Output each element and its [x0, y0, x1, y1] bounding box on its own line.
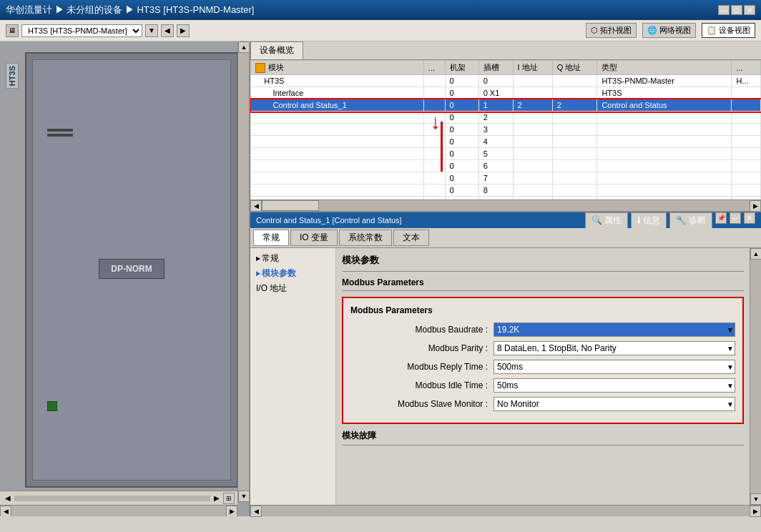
tab-sys-const[interactable]: 系统常数: [339, 230, 392, 246]
pin-button[interactable]: 📌: [715, 212, 727, 224]
nav-left-arrow[interactable]: ◀: [3, 493, 13, 503]
nav-forward-button[interactable]: ▶: [177, 24, 190, 37]
cell-dots: [423, 160, 445, 172]
scroll-right-button[interactable]: ▶: [226, 506, 237, 516]
topology-view-button[interactable]: ⬡ 拓扑视图: [586, 23, 637, 38]
diag-label: 诊断: [689, 215, 706, 227]
cell-slot: 7: [478, 172, 513, 184]
overview-scroll-track: [262, 200, 750, 211]
cell-dots: [423, 136, 445, 148]
sidebar-item-io-addr[interactable]: I/O 地址: [253, 281, 333, 296]
cell-extra: [732, 160, 761, 172]
bottom-main-scrollbar-v[interactable]: ▲ ▼: [750, 248, 761, 505]
cell-rack: 0: [445, 87, 478, 99]
maximize-button[interactable]: □: [731, 5, 742, 15]
param-label: Modbus Reply Time :: [350, 362, 494, 372]
bottom-sidebar: ▶ 常规 ▶ 模块参数 I/O 地址: [250, 248, 336, 505]
panel-min-button[interactable]: —: [730, 212, 741, 224]
cell-slot: 0 X1: [478, 87, 513, 99]
overview-tab[interactable]: 设备概览: [250, 41, 303, 59]
cell-type: [597, 124, 732, 136]
param-value: 10ms20ms50ms100ms ▼: [494, 378, 735, 393]
param-label: Modbus Idle Time :: [350, 380, 494, 390]
table-row[interactable]: 0 2: [251, 112, 761, 124]
sidebar-label-module-params: 模块参数: [262, 267, 296, 280]
sidebar-label-io-addr: I/O 地址: [256, 282, 287, 295]
table-row[interactable]: 0 3: [251, 124, 761, 136]
cell-rack: 0: [445, 136, 478, 148]
overview-scroll-left[interactable]: ◀: [250, 200, 262, 212]
bottom-scroll-h[interactable]: ◀ ▶: [250, 505, 761, 516]
table-row[interactable]: 0 4: [251, 136, 761, 148]
param-select[interactable]: No MonitorMonitor: [494, 397, 735, 411]
table-row[interactable]: Control and Status_1 0 1 2 2 Control and…: [251, 99, 761, 112]
right-panel: 设备概览 模块 ... 机架: [250, 41, 761, 516]
param-row: Modbus Reply Time : 100ms200ms500ms1000m…: [350, 360, 735, 374]
device-inner: DP-NORM: [32, 59, 231, 481]
cell-qaddr: 2: [552, 99, 597, 112]
table-row[interactable]: 0 5: [251, 148, 761, 160]
overview-scroll-h[interactable]: ◀ ▶: [250, 200, 761, 211]
nav-back-button[interactable]: ◀: [161, 24, 174, 37]
cell-slot: 0: [478, 75, 513, 87]
overview-table-wrapper[interactable]: 模块 ... 机架 插槽 I 地址 Q 地址 类型 ...: [250, 60, 761, 200]
bottom-header-title: Control and Status_1 [Control and Status…: [256, 216, 402, 225]
nav-right-arrow[interactable]: ▶: [212, 493, 222, 503]
cell-extra: [732, 148, 761, 160]
tab-io-vars[interactable]: IO 变量: [290, 230, 338, 246]
scroll-track-v[interactable]: [238, 53, 249, 491]
network-icon: 🌐: [647, 26, 657, 35]
table-row[interactable]: 0 7: [251, 172, 761, 184]
scroll-track-h[interactable]: [11, 506, 226, 516]
panel-max-button[interactable]: ✕: [744, 212, 755, 224]
network-label: 网络视图: [659, 25, 691, 36]
table-row[interactable]: 0 6: [251, 160, 761, 172]
table-row[interactable]: 0 8: [251, 184, 761, 197]
col-module-label: 模块: [268, 62, 284, 73]
cell-dots: [423, 112, 445, 124]
nav-grid-button[interactable]: ⊞: [223, 493, 235, 504]
device-selector-arrow[interactable]: ▼: [145, 24, 158, 37]
info-button[interactable]: ℹ 信息: [631, 212, 667, 229]
cell-extra: [732, 172, 761, 184]
tab-text[interactable]: 文本: [393, 230, 429, 246]
param-select[interactable]: 960019.2K38.4K115.2K: [494, 322, 735, 337]
table-row[interactable]: HT3S 0 0 HT3S-PNMD-Master H...: [251, 75, 761, 87]
diag-button[interactable]: 🔧 诊断: [669, 212, 712, 229]
cell-rack: 0: [445, 184, 478, 197]
bottom-scroll-right[interactable]: ▶: [750, 506, 761, 517]
param-select[interactable]: 8 DataLen, 1 StopBit, No Parity8 DataLen…: [494, 341, 735, 355]
device-selector[interactable]: HT3S [HT3S-PNMD-Master]: [21, 24, 142, 37]
topology-icon: ⬡: [591, 26, 598, 35]
overview-header-row: 模块 ... 机架 插槽 I 地址 Q 地址 类型 ...: [251, 61, 761, 75]
param-rows: Modbus Baudrate : 960019.2K38.4K115.2K ▼…: [350, 322, 735, 411]
scroll-left-button[interactable]: ◀: [0, 506, 11, 516]
main-scroll-up[interactable]: ▲: [750, 248, 761, 260]
left-panel-scrollbar-v[interactable]: ▲ ▼: [237, 41, 249, 502]
cell-slot: 6: [478, 160, 513, 172]
overview-scroll-right[interactable]: ▶: [750, 200, 761, 212]
cell-rack: 0: [445, 148, 478, 160]
left-panel-scrollbar-h[interactable]: ◀ ▶: [0, 505, 237, 516]
sidebar-item-module-params[interactable]: ▶ 模块参数: [253, 266, 333, 281]
modbus-box-title: Modbus Parameters: [350, 305, 735, 315]
cell-type: [597, 184, 732, 197]
device-view-button[interactable]: 📋 设备视图: [702, 23, 755, 38]
title-bar-text: 华创流量计 ▶ 未分组的设备 ▶ HT3S [HT3S-PNMD-Master]: [6, 4, 718, 16]
bottom-scroll-left[interactable]: ◀: [250, 506, 262, 517]
cell-module: [251, 172, 424, 184]
main-scroll-down[interactable]: ▼: [750, 493, 761, 505]
tab-general[interactable]: 常规: [253, 230, 289, 246]
network-view-button[interactable]: 🌐 网络视图: [642, 23, 696, 38]
param-select[interactable]: 100ms200ms500ms1000ms: [494, 360, 735, 374]
properties-button[interactable]: 🔍 属性: [585, 212, 628, 229]
param-select[interactable]: 10ms20ms50ms100ms: [494, 378, 735, 393]
overview-scroll-thumb[interactable]: [262, 200, 319, 211]
sidebar-item-general[interactable]: ▶ 常规: [253, 251, 333, 266]
minimize-button[interactable]: —: [718, 5, 730, 15]
param-row: Modbus Parity : 8 DataLen, 1 StopBit, No…: [350, 341, 735, 355]
scroll-down-button[interactable]: ▼: [238, 491, 249, 502]
scroll-up-button[interactable]: ▲: [238, 41, 249, 53]
table-row[interactable]: Interface 0 0 X1 HT3S: [251, 87, 761, 99]
close-button[interactable]: ✕: [744, 5, 755, 15]
